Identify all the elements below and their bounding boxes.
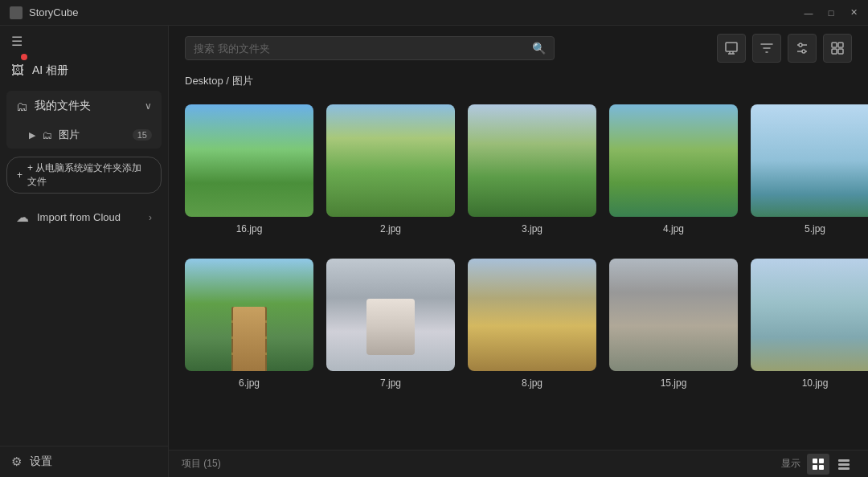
svg-rect-18 bbox=[838, 467, 850, 470]
expand-icon: ▶ bbox=[29, 130, 35, 141]
svg-rect-14 bbox=[813, 465, 817, 470]
photo-item[interactable]: 4.jpg bbox=[609, 104, 738, 234]
grid-view-toggle-btn[interactable] bbox=[807, 454, 829, 475]
photo-grid: 16.jpg 2.jpg 3.jpg 4.jpg 5.jpg bbox=[169, 96, 868, 450]
photo-thumbnail bbox=[751, 259, 868, 371]
my-folders-section: 🗂 我的文件夹 ∨ ▶ 🗂 图片 15 bbox=[6, 91, 162, 149]
svg-rect-15 bbox=[819, 465, 824, 470]
plus-icon: + bbox=[17, 169, 23, 181]
grid-view-button[interactable] bbox=[823, 34, 852, 63]
hamburger-icon[interactable]: ☰ bbox=[11, 34, 23, 49]
ai-album-label: AI 相册 bbox=[32, 63, 68, 78]
photo-filename: 15.jpg bbox=[661, 377, 687, 389]
photo-filename: 4.jpg bbox=[663, 223, 684, 234]
photo-item[interactable]: 15.jpg bbox=[609, 259, 738, 389]
app-title: StoryCube bbox=[29, 6, 78, 18]
view-toggle bbox=[807, 454, 855, 475]
chevron-right-icon: › bbox=[149, 212, 152, 223]
folder-icon: 🗂 bbox=[16, 100, 28, 113]
filter-icon bbox=[760, 41, 774, 55]
sidebar-item-ai-album[interactable]: 🖼 AI 相册 bbox=[0, 57, 168, 84]
photo-item[interactable]: 3.jpg bbox=[468, 104, 596, 234]
photo-grid-row-2: 6.jpg 7.jpg 8.jpg 15.jpg bbox=[185, 259, 852, 389]
sliders-icon bbox=[795, 41, 809, 55]
minimize-button[interactable]: — bbox=[804, 8, 813, 18]
photo-filename: 8.jpg bbox=[522, 377, 542, 389]
photo-grid-row-1: 16.jpg 2.jpg 3.jpg 4.jpg 5.jpg bbox=[185, 104, 852, 234]
maximize-button[interactable]: □ bbox=[826, 8, 836, 18]
photo-thumbnail bbox=[609, 104, 738, 217]
filter-button[interactable] bbox=[752, 34, 781, 63]
folder-small-icon: 🗂 bbox=[42, 129, 52, 141]
photo-filename: 6.jpg bbox=[239, 377, 260, 389]
add-files-button[interactable]: + + 从电脑系统端文件夹添加文件 bbox=[6, 157, 162, 194]
photo-thumbnail bbox=[468, 104, 596, 217]
status-bar: 项目 (15) 显示 bbox=[169, 450, 868, 477]
photo-item[interactable]: 7.jpg bbox=[326, 259, 455, 389]
my-folders-header[interactable]: 🗂 我的文件夹 ∨ bbox=[6, 91, 162, 121]
photo-item[interactable]: 8.jpg bbox=[468, 259, 596, 389]
status-right: 显示 bbox=[781, 454, 855, 475]
breadcrumb-text: Desktop / 图片 bbox=[185, 75, 253, 87]
grid-icon bbox=[830, 41, 845, 55]
my-folders-label: 我的文件夹 bbox=[35, 99, 91, 113]
photo-item[interactable]: 6.jpg bbox=[185, 259, 313, 389]
subfolder-label: 图片 bbox=[59, 128, 126, 142]
svg-rect-10 bbox=[832, 49, 837, 54]
photo-icon: 🖼 bbox=[11, 63, 24, 78]
header-actions bbox=[717, 34, 852, 63]
photo-item[interactable]: 2.jpg bbox=[326, 104, 455, 234]
close-button[interactable]: ✕ bbox=[849, 8, 858, 18]
photo-item[interactable]: 16.jpg bbox=[185, 104, 313, 234]
svg-point-7 bbox=[802, 50, 805, 53]
photo-thumbnail bbox=[751, 104, 868, 217]
photo-thumbnail bbox=[468, 259, 596, 371]
monitor-view-button[interactable] bbox=[717, 34, 746, 63]
titlebar-controls: — □ ✕ bbox=[804, 8, 858, 18]
main-layout: ☰ 🖼 AI 相册 🗂 我的文件夹 ∨ ▶ 🗂 图片 15 bbox=[0, 26, 868, 477]
settings-item[interactable]: ⚙ 设置 bbox=[0, 446, 168, 477]
svg-rect-8 bbox=[832, 43, 837, 47]
titlebar-left: StoryCube bbox=[10, 6, 78, 19]
chevron-down-icon: ∨ bbox=[145, 100, 152, 112]
photo-filename: 16.jpg bbox=[236, 223, 263, 234]
photo-filename: 7.jpg bbox=[380, 377, 401, 389]
photo-filename: 5.jpg bbox=[805, 223, 825, 234]
content-header: 🔍 bbox=[169, 26, 868, 71]
search-icon: 🔍 bbox=[532, 42, 546, 55]
photo-thumbnail bbox=[609, 259, 738, 371]
app-logo bbox=[10, 6, 23, 19]
add-files-label: + 从电脑系统端文件夹添加文件 bbox=[27, 161, 151, 189]
photo-item[interactable]: 10.jpg bbox=[751, 259, 868, 389]
gear-icon: ⚙ bbox=[11, 455, 22, 469]
settings-label: 设置 bbox=[30, 455, 52, 469]
sidebar: ☰ 🖼 AI 相册 🗂 我的文件夹 ∨ ▶ 🗂 图片 15 bbox=[0, 26, 169, 477]
search-bar[interactable]: 🔍 bbox=[185, 36, 555, 60]
titlebar: StoryCube — □ ✕ bbox=[0, 0, 868, 26]
sidebar-top: ☰ bbox=[0, 26, 168, 57]
adjust-button[interactable] bbox=[788, 34, 817, 63]
svg-rect-0 bbox=[726, 43, 737, 51]
photo-filename: 10.jpg bbox=[802, 377, 829, 389]
item-count-label: 项目 (15) bbox=[182, 457, 221, 471]
photo-filename: 3.jpg bbox=[522, 223, 542, 234]
import-cloud-label: Import from Cloud bbox=[37, 211, 121, 223]
photo-item[interactable]: 5.jpg bbox=[751, 104, 868, 234]
display-label: 显示 bbox=[781, 457, 800, 471]
photo-filename: 2.jpg bbox=[380, 223, 401, 234]
breadcrumb: Desktop / 图片 bbox=[169, 71, 868, 96]
svg-rect-9 bbox=[838, 43, 843, 47]
photo-thumbnail bbox=[326, 104, 455, 217]
svg-point-5 bbox=[799, 43, 802, 47]
photo-thumbnail bbox=[185, 104, 313, 217]
subfolder-count: 15 bbox=[133, 129, 152, 141]
subfolder-images[interactable]: ▶ 🗂 图片 15 bbox=[6, 121, 162, 149]
cloud-icon: ☁ bbox=[16, 210, 29, 225]
import-from-cloud-item[interactable]: ☁ Import from Cloud › bbox=[6, 203, 162, 231]
svg-rect-17 bbox=[838, 463, 850, 466]
list-view-toggle-btn[interactable] bbox=[833, 454, 855, 475]
svg-rect-11 bbox=[838, 49, 843, 54]
search-input[interactable] bbox=[194, 43, 526, 55]
photo-thumbnail bbox=[326, 259, 455, 371]
content-area: 🔍 bbox=[169, 26, 868, 477]
